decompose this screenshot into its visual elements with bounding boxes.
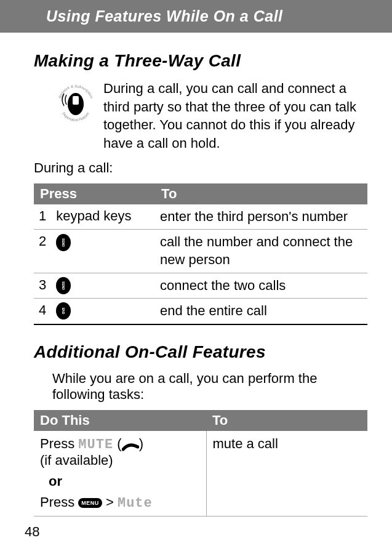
table-row: 2 SEND call the number and connect the n… (34, 230, 367, 273)
svg-text:END: END (62, 308, 65, 315)
col-to: To (155, 183, 367, 204)
right-softkey-icon (122, 440, 139, 449)
to-cell: end the entire call (155, 299, 367, 324)
lead-text: During a call: (34, 160, 367, 176)
lead-text-2: While you are on a call, you can perform… (52, 371, 367, 403)
three-way-steps-table: Press To 1 keypad keys enter the third p… (34, 183, 367, 325)
or-text: or (49, 473, 200, 489)
mute-softkey-label: MUTE (78, 437, 113, 452)
step-num: 4 (34, 299, 51, 324)
svg-rect-3 (73, 96, 79, 105)
send-key-icon: SEND (56, 277, 71, 294)
to-cell: call the number and connect the new pers… (155, 230, 367, 273)
paren: ) (139, 436, 143, 451)
end-key-icon: END (56, 302, 71, 320)
svg-text:SEND: SEND (62, 238, 65, 247)
intro-paragraph: During a call, you can call and connect … (103, 79, 367, 153)
table-row: 4 END end the entire call (34, 299, 367, 324)
section-title-additional: Additional On-Call Features (34, 342, 367, 362)
col-dothis: Do This (34, 410, 206, 431)
dothis-cell: Press MUTE () (if available) or Press ME… (34, 431, 206, 517)
to-cell: mute a call (206, 431, 367, 517)
press-cell: SEND (51, 273, 155, 299)
col-press: Press (34, 183, 155, 204)
paren: ( (113, 436, 121, 451)
to-cell: connect the two calls (155, 273, 367, 299)
menu-key-icon: MENU (78, 498, 102, 508)
page-number: 48 (25, 524, 39, 540)
section-title-three-way: Making a Three-Way Call (34, 51, 367, 71)
if-available: (if available) (40, 452, 113, 468)
network-dependent-feature-icon: Network & Subscription Dependent Feature (52, 79, 98, 126)
press-cell: keypad keys (51, 204, 155, 230)
table-row: 1 keypad keys enter the third person's n… (34, 204, 367, 230)
press-cell: SEND (51, 230, 155, 273)
mute-menu-label: Mute (118, 496, 153, 511)
svg-text:SEND: SEND (62, 281, 65, 290)
send-key-icon: SEND (56, 234, 71, 251)
step-num: 1 (34, 204, 51, 230)
press-cell: END (51, 299, 155, 324)
col-to2: To (206, 410, 367, 431)
table-row: 3 SEND connect the two calls (34, 273, 367, 299)
to-cell: enter the third person's number (155, 204, 367, 230)
gt: > (102, 494, 118, 510)
page-header: Using Features While On a Call (0, 0, 392, 33)
table-row: Press MUTE () (if available) or Press ME… (34, 431, 367, 517)
press-word: Press (40, 436, 78, 451)
on-call-tasks-table: Do This To Press MUTE () (if available) … (34, 410, 367, 517)
step-num: 2 (34, 230, 51, 273)
press-word: Press (40, 494, 78, 510)
step-num: 3 (34, 273, 51, 299)
